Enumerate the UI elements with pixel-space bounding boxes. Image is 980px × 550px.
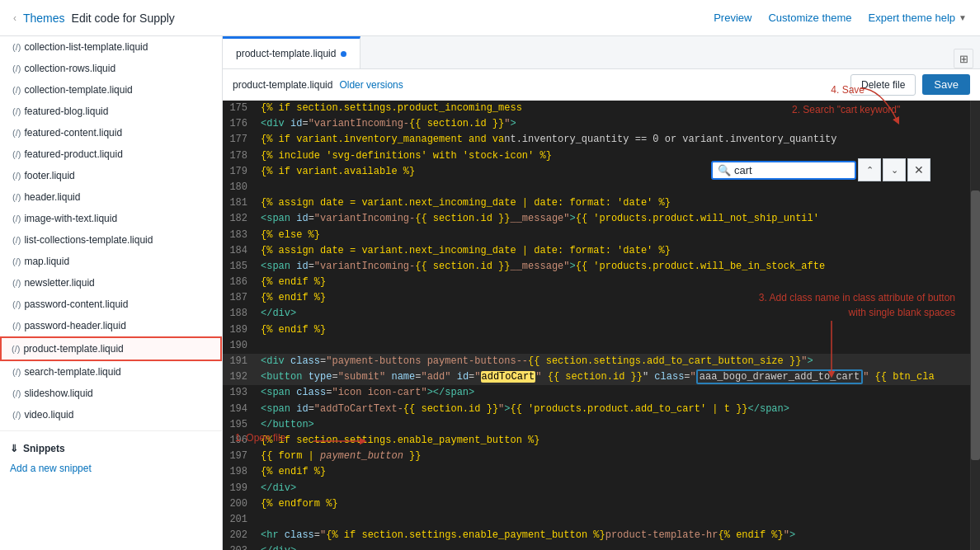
sidebar-item-label: collection-list-template.liquid (24, 41, 148, 53)
expert-help-dropdown-icon: ▼ (959, 13, 967, 22)
sidebar-item-label: header.liquid (24, 191, 80, 203)
back-chevron-icon: ‹ (13, 12, 16, 24)
preview-link[interactable]: Preview (714, 12, 751, 24)
older-versions-link[interactable]: Older versions (339, 79, 403, 91)
sidebar-item-collection-template[interactable]: (/) collection-template.liquid (0, 79, 222, 101)
current-filename: product-template.liquid (233, 79, 332, 91)
sidebar-item-video[interactable]: (/) video.liquid (0, 404, 222, 425)
expand-icon[interactable]: ⊞ (954, 49, 973, 68)
file-prefix: (/) (12, 299, 21, 309)
sidebar: (/) collection-list-template.liquid (/) … (0, 36, 223, 550)
table-row: 196 {% if section.settings.enable_paymen… (223, 433, 980, 449)
file-prefix: (/) (12, 106, 21, 116)
table-row: 177 {% if variant.inventory_management a… (223, 132, 980, 148)
table-row: 191 <div class="payment-buttons payment-… (223, 354, 980, 369)
header-left: ‹ Themes Edit code for Supply (13, 12, 175, 25)
sidebar-item-label: newsletter.liquid (24, 277, 94, 289)
file-prefix: (/) (12, 149, 21, 159)
sidebar-item-label: featured-blog.liquid (24, 106, 108, 117)
header-right: Preview Customize theme Expert theme hel… (714, 12, 967, 24)
search-input[interactable] (734, 164, 850, 176)
editor-area: product-template.liquid ⊞ product-templa… (223, 36, 980, 550)
scrollbar-track[interactable] (970, 101, 980, 550)
sidebar-item-search-template[interactable]: (/) search-template.liquid (0, 361, 222, 383)
customize-theme-link[interactable]: Customize theme (768, 12, 851, 24)
search-icon: 🔍 (718, 164, 731, 176)
sidebar-item-list-collections-template[interactable]: (/) list-collections-template.liquid (0, 229, 222, 251)
search-next-button[interactable]: ⌄ (883, 158, 906, 181)
save-button[interactable]: Save (922, 74, 970, 95)
file-prefix: (/) (12, 256, 21, 266)
tab-modified-dot (341, 51, 346, 57)
table-row: 186 {% endif %} (223, 275, 980, 290)
search-input-wrap: 🔍 (711, 161, 856, 180)
sidebar-item-label: password-content.liquid (24, 299, 128, 310)
scrollbar-thumb[interactable] (971, 190, 980, 460)
main-layout: (/) collection-list-template.liquid (/) … (0, 36, 980, 550)
header-bar: ‹ Themes Edit code for Supply Preview Cu… (0, 0, 980, 36)
snippets-section-header[interactable]: ⇓ Snippets (0, 436, 222, 458)
sidebar-item-label: slideshow.liquid (24, 388, 92, 399)
snippets-label: Snippets (23, 443, 65, 454)
table-row: 194 <span id="addToCartText-{{ section.i… (223, 402, 980, 417)
sidebar-item-password-content[interactable]: (/) password-content.liquid (0, 294, 222, 315)
sidebar-item-password-header[interactable]: (/) password-header.liquid (0, 315, 222, 336)
tab-bar: product-template.liquid ⊞ (223, 36, 980, 69)
sidebar-item-newsletter[interactable]: (/) newsletter.liquid (0, 272, 222, 294)
table-row: 203 </div> (223, 543, 980, 550)
expert-theme-help-button[interactable]: Expert theme help ▼ (869, 12, 967, 24)
sidebar-item-product-template[interactable]: (/) product-template.liquid (0, 336, 222, 361)
table-row: 184 {% assign date = variant.next_incomi… (223, 243, 980, 259)
table-row: 188 </div> (223, 306, 980, 322)
sidebar-item-featured-blog[interactable]: (/) featured-blog.liquid (0, 101, 222, 122)
search-prev-button[interactable]: ⌃ (858, 158, 881, 181)
file-prefix: (/) (12, 388, 21, 398)
table-row: 202 <hr class="{% if section.settings.en… (223, 528, 980, 543)
sidebar-item-label: image-with-text.liquid (24, 213, 117, 224)
sidebar-item-label: featured-content.liquid (24, 127, 122, 139)
add-snippet-button[interactable]: Add a new snippet (0, 458, 222, 479)
sidebar-item-collection-list-template[interactable]: (/) collection-list-template.liquid (0, 36, 222, 58)
file-prefix: (/) (12, 214, 21, 223)
table-row: 176 <div id="variantIncoming-{{ section.… (223, 116, 980, 132)
file-prefix: (/) (12, 128, 21, 138)
sidebar-item-map[interactable]: (/) map.liquid (0, 251, 222, 272)
sidebar-item-label: search-template.liquid (24, 366, 120, 378)
table-row: 190 (223, 338, 980, 354)
sidebar-item-image-with-text[interactable]: (/) image-with-text.liquid (0, 208, 222, 229)
table-row: 180 (223, 180, 980, 195)
search-close-button[interactable]: ✕ (907, 158, 931, 181)
table-row: 183 {% else %} (223, 228, 980, 243)
file-prefix: (/) (12, 85, 21, 95)
file-prefix: (/) (12, 42, 21, 52)
table-row: 195 </button> (223, 417, 980, 433)
file-info-right: Delete file Save (850, 74, 970, 96)
delete-file-button[interactable]: Delete file (850, 74, 916, 96)
tab-product-template[interactable]: product-template.liquid (223, 36, 360, 68)
edit-code-title: Edit code for Supply (72, 12, 175, 25)
sidebar-item-featured-content[interactable]: (/) featured-content.liquid (0, 122, 222, 143)
highlighted-addtocart: addToCart (481, 371, 536, 383)
sidebar-item-collection-rows[interactable]: (/) collection-rows.liquid (0, 58, 222, 79)
sidebar-item-label: password-header.liquid (24, 320, 125, 331)
download-icon: ⇓ (10, 443, 18, 454)
sidebar-item-label: list-collections-template.liquid (24, 234, 153, 246)
table-row: 199 </div> (223, 481, 980, 496)
sidebar-item-label: collection-rows.liquid (24, 63, 115, 74)
table-row: 182 <span id="variantIncoming-{{ section… (223, 211, 980, 227)
file-prefix: (/) (12, 192, 21, 202)
sidebar-item-header[interactable]: (/) header.liquid (0, 186, 222, 208)
table-row: 175 {% if section.settings.product_incom… (223, 101, 980, 116)
sidebar-item-featured-product[interactable]: (/) featured-product.liquid (0, 143, 222, 165)
sidebar-item-footer[interactable]: (/) footer.liquid (0, 165, 222, 186)
file-prefix: (/) (12, 344, 20, 354)
sidebar-item-label: featured-product.liquid (24, 148, 122, 160)
themes-link[interactable]: Themes (23, 12, 65, 25)
table-row: 185 <span id="variantIncoming-{{ section… (223, 259, 980, 275)
table-row: 192 <button type="submit" name="add" id=… (223, 369, 980, 385)
sidebar-item-slideshow[interactable]: (/) slideshow.liquid (0, 383, 222, 404)
file-info-bar: product-template.liquid Older versions 2… (223, 69, 980, 101)
file-prefix: (/) (12, 410, 21, 420)
search-bar: 🔍 ⌃ ⌄ ✕ (711, 158, 931, 181)
sidebar-item-label: map.liquid (24, 256, 69, 267)
